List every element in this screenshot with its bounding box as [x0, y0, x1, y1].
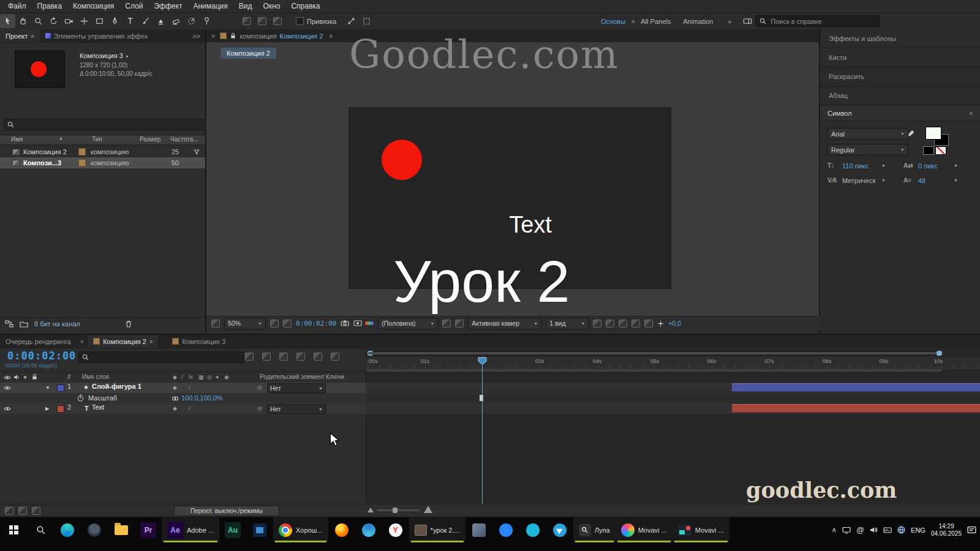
- project-row-comp3-selected[interactable]: Компози...3 композицию 50: [0, 157, 205, 168]
- layer-color-chip[interactable]: [57, 384, 64, 392]
- sort-icon[interactable]: ▲: [59, 136, 63, 140]
- menu-help[interactable]: Справка: [285, 0, 325, 12]
- axis-local-icon[interactable]: [239, 14, 254, 28]
- pan-behind-tool[interactable]: [77, 14, 92, 28]
- col-parent[interactable]: Родительский элемент: [260, 373, 325, 380]
- navigator-bar[interactable]: [368, 352, 941, 354]
- exposure-icon[interactable]: [657, 320, 664, 327]
- col-name[interactable]: Имя: [11, 136, 23, 143]
- time-navigator[interactable]: [368, 351, 942, 356]
- tray-network-icon[interactable]: [897, 526, 905, 534]
- motion-blur-icon[interactable]: [314, 353, 322, 362]
- leading-value[interactable]: 48: [918, 177, 925, 184]
- col-number[interactable]: #: [67, 373, 71, 380]
- current-time-indicator[interactable]: [482, 357, 483, 504]
- share-view-icon[interactable]: [593, 320, 601, 328]
- col-rate[interactable]: Частота...: [170, 136, 198, 143]
- label-color-chip[interactable]: [78, 148, 86, 156]
- start-button[interactable]: [0, 517, 27, 542]
- snap-checkbox[interactable]: [296, 17, 304, 25]
- property-name[interactable]: Масштаб: [88, 394, 117, 402]
- timeline-button-icon[interactable]: [631, 320, 640, 328]
- transparency-grid-icon[interactable]: [455, 320, 464, 328]
- taskbar-edge2-icon[interactable]: [355, 517, 382, 542]
- taskbar-app2-icon[interactable]: [492, 517, 519, 542]
- roto-brush-tool[interactable]: [184, 14, 199, 28]
- mask-visibility-icon[interactable]: [283, 320, 292, 328]
- layer-2-duration-bar[interactable]: [732, 404, 980, 413]
- property-row-scale[interactable]: Масштаб 100,0,100,0%: [0, 393, 366, 403]
- project-row-comp2[interactable]: Композиция 2 композицию 25: [0, 146, 205, 157]
- help-search-input[interactable]: [769, 17, 864, 26]
- menu-effect[interactable]: Эффект: [148, 0, 187, 12]
- eraser-tool[interactable]: [168, 14, 184, 28]
- no-color-swatch[interactable]: [935, 146, 946, 155]
- viewer-comp-name[interactable]: Композиция 2: [280, 32, 323, 40]
- taskbar-explorer-icon[interactable]: [108, 517, 135, 542]
- property-value[interactable]: 100,0,100,0%: [181, 394, 223, 402]
- tray-clock[interactable]: 14:29 04.06.2025: [931, 523, 962, 538]
- tray-volume-icon[interactable]: [870, 527, 878, 533]
- timeline-zoom-slider[interactable]: [377, 509, 420, 511]
- stroke-color-swatch[interactable]: [925, 127, 941, 140]
- rotation-tool[interactable]: [46, 14, 61, 28]
- parent-pickwhip-icon[interactable]: ◎: [257, 384, 262, 391]
- taskbar-chrome-button[interactable]: Хорош...: [273, 517, 328, 542]
- taskbar-app3-icon[interactable]: [519, 517, 546, 542]
- taskbar-movavi2-button[interactable]: Movavi ...: [673, 517, 729, 542]
- panel-paragraph[interactable]: Абзац: [820, 86, 980, 105]
- menu-view[interactable]: Вид: [233, 0, 258, 12]
- workspace-animation[interactable]: Animation: [677, 18, 719, 25]
- type-tool[interactable]: [123, 14, 138, 28]
- workspace-all-panels[interactable]: All Panels: [635, 18, 677, 25]
- panel-menu-icon[interactable]: ≡: [149, 339, 153, 345]
- roi-icon[interactable]: [442, 320, 451, 328]
- tray-mail-icon[interactable]: @: [856, 525, 864, 534]
- zoom-in-mountain-icon[interactable]: [424, 506, 432, 513]
- taskbar-project-window-button[interactable]: *урок 2....: [409, 517, 466, 542]
- tracking-value[interactable]: 0 пикс: [918, 162, 938, 170]
- taskbar-app1-icon[interactable]: [466, 517, 492, 542]
- stopwatch-icon[interactable]: [77, 394, 84, 402]
- hand-tool[interactable]: [15, 14, 31, 28]
- snap-option-2-icon[interactable]: [359, 14, 374, 28]
- comp-name-dropdown-icon[interactable]: ▼: [125, 54, 129, 59]
- close-panel-icon[interactable]: ×: [206, 32, 220, 40]
- tab-timeline-comp3[interactable]: Композиция 3: [167, 335, 231, 348]
- frame-blending-icon[interactable]: [296, 353, 305, 362]
- panel-brushes[interactable]: Кисти: [820, 48, 980, 67]
- timeline-search-input[interactable]: [92, 352, 229, 362]
- navigator-end-handle[interactable]: [937, 351, 942, 356]
- small-black-swatch[interactable]: [923, 146, 934, 155]
- leading-dropdown-icon[interactable]: ▼: [954, 178, 958, 182]
- snap-option-1-icon[interactable]: [344, 14, 359, 28]
- project-search-input[interactable]: [17, 119, 191, 130]
- camera-tool[interactable]: [61, 14, 77, 28]
- puppet-pin-tool[interactable]: [199, 14, 214, 28]
- pen-tool[interactable]: [107, 14, 123, 28]
- time-ruler[interactable]: :00s 01s 03s 04s 05s 06s 07s 08s 09s 10s: [366, 357, 980, 369]
- taskbar-premiere-icon[interactable]: Pr: [135, 517, 162, 542]
- axis-world-icon[interactable]: [254, 14, 270, 28]
- camera-dropdown[interactable]: Активная камер▼: [468, 318, 541, 329]
- snapshot-camera-icon[interactable]: [341, 320, 349, 326]
- menu-edit[interactable]: Правка: [32, 0, 68, 12]
- taskbar-movavi1-button[interactable]: Movavi ...: [616, 517, 673, 542]
- workspace-bar-icon[interactable]: [740, 14, 755, 28]
- magnification-icon[interactable]: [211, 320, 220, 328]
- col-layer-name[interactable]: Имя слоя: [82, 373, 109, 380]
- color-depth-button[interactable]: 8 бит на канал: [34, 320, 80, 328]
- panel-menu-icon[interactable]: ≡: [329, 33, 332, 39]
- tray-display-icon[interactable]: [842, 527, 851, 534]
- exposure-value[interactable]: +0,0: [668, 320, 681, 327]
- close-tab-icon[interactable]: ×: [77, 338, 88, 345]
- layer-row-2[interactable]: ▶ 2 T Text ◆ / ◎ Нет▼: [0, 403, 366, 414]
- view-layout-dropdown[interactable]: 1 вид▼: [546, 318, 589, 329]
- pixel-aspect-icon[interactable]: [606, 320, 614, 328]
- notification-center-icon[interactable]: [967, 526, 976, 534]
- panel-menu-icon[interactable]: ≡: [970, 110, 973, 116]
- font-style-dropdown[interactable]: Regular▼: [827, 144, 908, 156]
- taskbar-telegram-icon[interactable]: [546, 517, 573, 542]
- taskbar-edge-icon[interactable]: [54, 517, 81, 542]
- quality-switch[interactable]: ◆: [173, 405, 177, 411]
